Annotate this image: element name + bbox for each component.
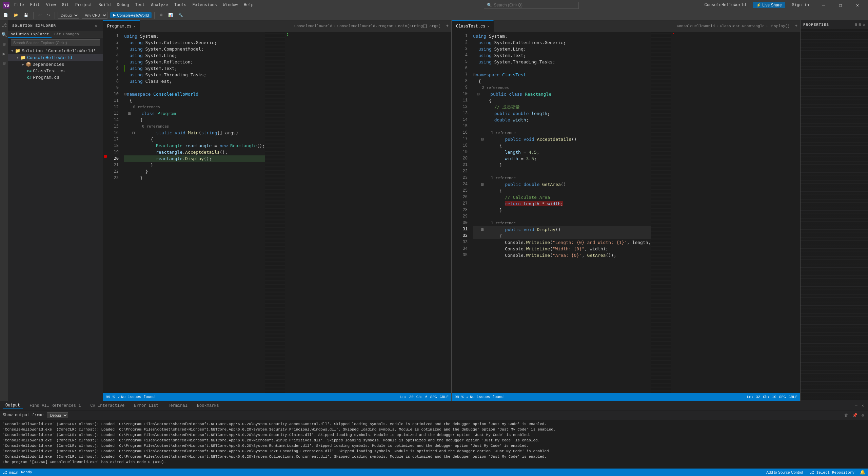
activity-explorer[interactable]: ⎇	[1, 22, 7, 28]
left-zoom[interactable]: 99 %	[106, 395, 115, 399]
toolbar-new[interactable]: 📄	[1, 12, 10, 18]
toolbar-btn-misc2[interactable]: 📊	[166, 12, 175, 18]
solution-icon: 📁	[15, 48, 20, 54]
left-no-issues-label: No issues found	[121, 395, 155, 399]
output-clear-icon[interactable]: 🗑	[843, 413, 850, 418]
live-share-button[interactable]: ⚡ Live Share	[753, 2, 785, 8]
output-pin-icon[interactable]: 📌	[851, 413, 859, 418]
toolbar-undo[interactable]: ↩	[36, 12, 43, 18]
tree-arrow-project: ▼	[15, 56, 20, 60]
properties-panel: Properties ⊞ ⊟ ⚙	[800, 20, 868, 401]
search-input[interactable]	[494, 3, 562, 7]
right-no-issues: ✓ No issues found	[466, 395, 504, 399]
tree-item-classtest[interactable]: ▶ C# ClassTest.cs	[8, 68, 103, 74]
right-tab-add[interactable]: +	[792, 20, 800, 32]
left-tab-add[interactable]: +	[443, 20, 451, 32]
panel-close-icon[interactable]: ✕	[860, 403, 865, 408]
toolbar-redo[interactable]: ↪	[45, 12, 52, 18]
right-breadcrumb-ns: ConsoleHelloWorld	[677, 24, 715, 28]
left-breadcrumb-class: ConsoleHelloWorld.Program	[337, 24, 393, 28]
toolbar-btn-misc1[interactable]: ⚙	[157, 12, 165, 18]
right-tab-classtest-close[interactable]: ✕	[487, 24, 489, 28]
menu-debug[interactable]: Debug	[114, 2, 132, 8]
sidebar-tab-git-changes[interactable]: Git Changes	[52, 31, 82, 38]
left-check-icon: ✓	[117, 395, 120, 399]
signin-button[interactable]: Sign in	[792, 3, 809, 7]
right-enc: SPC	[779, 395, 786, 399]
panel-tab-csharp[interactable]: C# Interactive	[87, 403, 127, 409]
sidebar-controls: ✕	[93, 23, 99, 28]
window-controls: — ❐ ✕	[816, 0, 865, 10]
notifications-icon[interactable]: 🔔	[860, 470, 865, 475]
menu-help[interactable]: Help	[241, 2, 256, 8]
menu-build[interactable]: Build	[96, 2, 113, 8]
minimize-button[interactable]: —	[816, 0, 831, 10]
menu-window[interactable]: Window	[220, 2, 240, 8]
right-cursor-info: Ln: 32 Ch: 10 SPC CRLF	[747, 395, 797, 399]
output-line-4: 'ConsoleHelloWorld.exe' (CoreCLR: clrhos…	[3, 438, 865, 443]
output-source-dropdown[interactable]: Debug	[47, 412, 68, 418]
left-tab-bar: Program.cs ✕ ConsoleHelloWorld › Console…	[103, 20, 451, 32]
left-scrollbar[interactable]	[285, 32, 290, 393]
tree-item-dependencies[interactable]: ▶ 📦 Dependencies	[8, 61, 103, 68]
output-settings-icon[interactable]: ⚙	[860, 413, 865, 418]
breakpoint-indicator	[104, 155, 107, 158]
right-minimap	[651, 32, 671, 393]
maximize-button[interactable]: ❐	[833, 0, 848, 10]
props-grid-icon[interactable]: ⊞	[855, 22, 857, 27]
menu-view[interactable]: View	[43, 2, 59, 8]
props-sort-icon[interactable]: ⊟	[859, 22, 862, 27]
menu-edit[interactable]: Edit	[27, 2, 43, 8]
left-breadcrumb-sep1: ›	[334, 24, 336, 28]
build-config-dropdown[interactable]: Debug	[58, 12, 79, 19]
menu-project[interactable]: Project	[73, 2, 95, 8]
right-breadcrumb-class: ClassTest.Reactangle	[720, 24, 765, 28]
left-tab-program[interactable]: Program.cs ✕	[103, 20, 140, 32]
right-status-bar: 99 % ✓ No issues found Ln: 32 Ch: 10 SPC…	[452, 393, 800, 401]
panel-tab-terminal[interactable]: Terminal	[165, 403, 190, 409]
panel-minimize-icon[interactable]: —	[854, 403, 859, 408]
menu-file[interactable]: File	[12, 2, 27, 8]
panel-tab-error[interactable]: Error List	[131, 403, 161, 409]
right-tab-classtest[interactable]: ClassTest.cs ✕	[452, 20, 494, 32]
toolbar-btn-misc3[interactable]: 🔧	[176, 12, 185, 18]
add-to-source-control-button[interactable]: Add to Source Control	[765, 470, 804, 474]
menu-test[interactable]: Test	[133, 2, 148, 8]
activity-debug[interactable]: ▶	[1, 50, 7, 57]
sidebar-close-button[interactable]: ✕	[93, 23, 99, 28]
panel-tab-find-refs[interactable]: Find All References 1	[27, 403, 83, 409]
right-editor-content[interactable]: 12345 678910 1112131415 1617181920 21222…	[452, 32, 800, 393]
activity-extensions[interactable]: ⊟	[1, 60, 7, 66]
menu-tools[interactable]: Tools	[172, 2, 189, 8]
panel-tab-output[interactable]: Output	[3, 402, 23, 409]
tree-item-solution[interactable]: ▼ 📁 Solution 'ConsoleHelloWorld'	[8, 47, 103, 54]
tree-item-program[interactable]: ▶ C# Program.cs	[8, 74, 103, 81]
left-code-area[interactable]: using System; using System.Collections.G…	[121, 32, 265, 393]
activity-search[interactable]: 🔍	[1, 31, 7, 38]
activity-git[interactable]: ⊞	[1, 41, 7, 47]
toolbar-open[interactable]: 📂	[12, 12, 20, 18]
props-filter-icon[interactable]: ⚙	[863, 22, 865, 27]
menu-extensions[interactable]: Extensions	[190, 2, 220, 8]
menu-git[interactable]: Git	[59, 2, 72, 8]
right-zoom[interactable]: 99 %	[455, 395, 463, 399]
sidebar-search-input[interactable]	[11, 39, 100, 46]
panel-tab-bookmarks[interactable]: Bookmarks	[194, 403, 222, 409]
start-debug-button[interactable]: ▶ ConsoleHelloWorld	[110, 12, 152, 18]
scroll-marker-green	[287, 33, 288, 34]
right-code-area[interactable]: using System; using System.Collections.G…	[470, 32, 651, 393]
left-editor-content[interactable]: 12345 678910 1112131415 16171819 20 2122…	[103, 32, 451, 393]
search-icon: 🔍	[487, 3, 492, 8]
toolbar-save[interactable]: 💾	[22, 12, 31, 18]
title-bar: VS File Edit View Git Project Build Debu…	[0, 0, 868, 10]
right-scrollbar[interactable]	[671, 32, 676, 393]
toolbar: 📄 📂 💾 ↩ ↪ Debug Any CPU ▶ ConsoleHelloWo…	[0, 10, 868, 20]
status-git-branch[interactable]: ⎇ main	[3, 470, 18, 475]
menu-analyze[interactable]: Analyze	[148, 2, 171, 8]
close-button[interactable]: ✕	[850, 0, 865, 10]
tree-item-project[interactable]: ▼ 📁 ConsoleHelloWorld	[8, 54, 103, 61]
sidebar-tab-solution-explorer[interactable]: Solution Explorer	[8, 31, 52, 38]
select-repository-button[interactable]: ⎇ Select Repository	[810, 470, 854, 475]
platform-dropdown[interactable]: Any CPU	[82, 12, 107, 19]
left-tab-program-close[interactable]: ✕	[134, 24, 136, 28]
